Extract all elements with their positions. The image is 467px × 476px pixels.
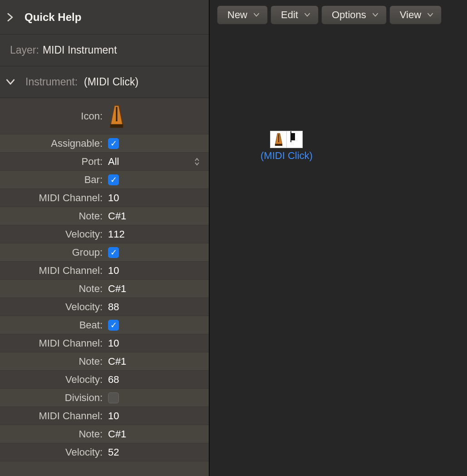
stepper-icon[interactable] bbox=[193, 158, 201, 166]
environment-canvas: New Edit Options View bbox=[210, 0, 467, 476]
property-value[interactable]: 112 bbox=[105, 228, 209, 240]
property-row[interactable]: Division: bbox=[0, 389, 209, 407]
property-row[interactable]: Velocity:112 bbox=[0, 225, 209, 243]
metronome-icon bbox=[270, 131, 286, 148]
view-menu-button[interactable]: View bbox=[389, 5, 442, 25]
property-row[interactable]: MIDI Channel:10 bbox=[0, 189, 209, 207]
property-label: MIDI Channel: bbox=[0, 265, 105, 277]
property-value[interactable]: All bbox=[105, 156, 209, 168]
property-label: Note: bbox=[0, 356, 105, 367]
chevron-down-icon bbox=[373, 11, 378, 19]
property-label: Velocity: bbox=[0, 446, 105, 458]
svg-rect-2 bbox=[110, 124, 123, 128]
property-value[interactable]: 10 bbox=[105, 337, 209, 349]
select-value: All bbox=[108, 156, 119, 168]
property-row[interactable]: MIDI Channel:10 bbox=[0, 407, 209, 425]
layer-value: MIDI Instrument bbox=[43, 44, 117, 56]
node-label: (MIDI Click) bbox=[261, 150, 313, 162]
property-label: Port: bbox=[0, 156, 105, 168]
view-menu-label: View bbox=[400, 9, 421, 21]
property-label: Beat: bbox=[0, 319, 105, 331]
quick-help-title: Quick Help bbox=[25, 11, 81, 24]
property-row[interactable]: MIDI Channel:10 bbox=[0, 262, 209, 280]
property-value[interactable]: 10 bbox=[105, 410, 209, 422]
metronome-icon[interactable] bbox=[105, 104, 209, 129]
property-label: MIDI Channel: bbox=[0, 410, 105, 422]
property-label: Velocity: bbox=[0, 301, 105, 313]
svg-rect-4 bbox=[278, 134, 279, 143]
property-row[interactable]: Note:C#1 bbox=[0, 207, 209, 225]
property-value[interactable]: ✓ bbox=[105, 138, 209, 149]
chevron-down-icon bbox=[305, 11, 310, 19]
property-value[interactable]: 10 bbox=[105, 265, 209, 277]
chevron-down-icon bbox=[428, 11, 433, 19]
property-value[interactable]: 10 bbox=[105, 192, 209, 204]
property-label: Note: bbox=[0, 428, 105, 440]
property-label: Velocity: bbox=[0, 228, 105, 240]
checkbox[interactable]: ✓ bbox=[108, 320, 119, 331]
property-value[interactable]: 52 bbox=[105, 446, 209, 458]
property-row[interactable]: Group:✓ bbox=[0, 243, 209, 262]
property-value[interactable]: C#1 bbox=[105, 283, 209, 295]
svg-rect-5 bbox=[275, 144, 282, 146]
property-label: Velocity: bbox=[0, 374, 105, 386]
flag-icon bbox=[286, 131, 302, 148]
options-menu-label: Options bbox=[332, 9, 366, 21]
quick-help-header[interactable]: Quick Help bbox=[0, 0, 209, 35]
property-label: Group: bbox=[0, 247, 105, 258]
property-value[interactable]: ✓ bbox=[105, 247, 209, 258]
property-value[interactable]: C#1 bbox=[105, 428, 209, 440]
property-value[interactable]: 68 bbox=[105, 374, 209, 386]
checkbox[interactable]: ✓ bbox=[108, 247, 119, 258]
layer-row[interactable]: Layer: MIDI Instrument bbox=[0, 35, 209, 66]
new-menu-button[interactable]: New bbox=[217, 5, 268, 25]
property-row[interactable]: Port:All bbox=[0, 153, 209, 171]
property-row[interactable]: Icon: bbox=[0, 98, 209, 134]
canvas-area[interactable]: (MIDI Click) bbox=[210, 30, 467, 476]
canvas-toolbar: New Edit Options View bbox=[217, 5, 442, 25]
property-row[interactable]: Note:C#1 bbox=[0, 352, 209, 371]
property-label: MIDI Channel: bbox=[0, 337, 105, 349]
property-row[interactable]: MIDI Channel:10 bbox=[0, 334, 209, 352]
svg-rect-1 bbox=[116, 107, 117, 121]
checkbox[interactable]: ✓ bbox=[108, 174, 119, 185]
node-icon-box bbox=[270, 131, 303, 148]
property-row[interactable]: Beat:✓ bbox=[0, 316, 209, 334]
edit-menu-button[interactable]: Edit bbox=[270, 5, 319, 25]
checkbox[interactable] bbox=[108, 392, 119, 403]
edit-menu-label: Edit bbox=[281, 9, 298, 21]
properties-list: Icon: Assignable:✓Port:AllBar:✓MIDI Chan… bbox=[0, 98, 209, 476]
property-label: Note: bbox=[0, 210, 105, 222]
property-row[interactable]: Velocity:88 bbox=[0, 298, 209, 316]
midi-click-node[interactable]: (MIDI Click) bbox=[261, 131, 313, 162]
property-row[interactable]: Assignable:✓ bbox=[0, 134, 209, 153]
chevron-down-icon bbox=[254, 11, 259, 19]
property-label: Assignable: bbox=[0, 138, 105, 149]
property-value[interactable]: C#1 bbox=[105, 356, 209, 367]
instrument-header[interactable]: Instrument: (MIDI Click) bbox=[0, 66, 209, 98]
property-value[interactable] bbox=[105, 392, 209, 403]
inspector-panel: Quick Help Layer: MIDI Instrument Instru… bbox=[0, 0, 210, 476]
property-value[interactable]: ✓ bbox=[105, 320, 209, 331]
options-menu-button[interactable]: Options bbox=[321, 5, 387, 25]
property-row[interactable]: Velocity:68 bbox=[0, 371, 209, 389]
new-menu-label: New bbox=[227, 9, 247, 21]
property-label: MIDI Channel: bbox=[0, 192, 105, 204]
property-row[interactable]: Note:C#1 bbox=[0, 425, 209, 443]
property-value[interactable]: C#1 bbox=[105, 210, 209, 222]
instrument-label: Instrument: bbox=[25, 76, 78, 88]
property-label: Division: bbox=[0, 392, 105, 404]
chevron-right-icon bbox=[6, 13, 15, 21]
property-row[interactable]: Bar:✓ bbox=[0, 171, 209, 189]
property-label: Note: bbox=[0, 283, 105, 295]
property-row[interactable]: Velocity:52 bbox=[0, 443, 209, 461]
property-label: Bar: bbox=[0, 174, 105, 186]
property-value[interactable]: ✓ bbox=[105, 174, 209, 185]
chevron-down-icon bbox=[6, 78, 15, 86]
property-row[interactable]: Note:C#1 bbox=[0, 280, 209, 298]
layer-label: Layer: bbox=[10, 44, 39, 56]
checkbox[interactable]: ✓ bbox=[108, 138, 119, 149]
property-value[interactable]: 88 bbox=[105, 301, 209, 313]
instrument-value: (MIDI Click) bbox=[84, 76, 138, 88]
property-label: Icon: bbox=[0, 110, 105, 122]
